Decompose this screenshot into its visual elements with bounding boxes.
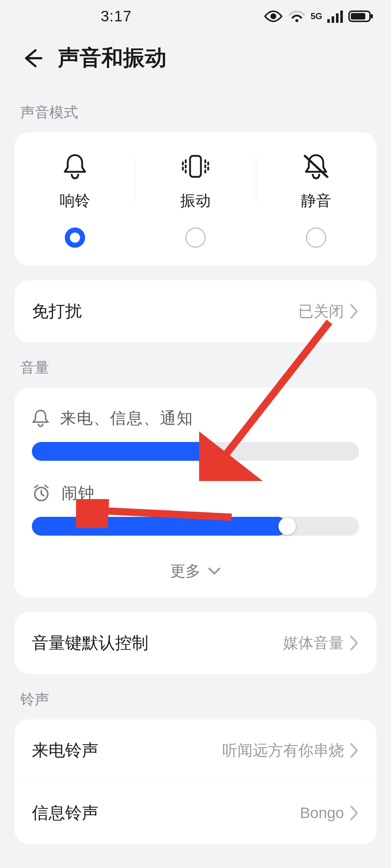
- volume-ringtone-group: 来电、信息、通知: [32, 408, 359, 461]
- svg-rect-4: [336, 13, 339, 23]
- volume-card: 来电、信息、通知 闹钟 更多: [14, 388, 377, 597]
- row-incoming-ringtone[interactable]: 来电铃声 听闻远方有你串烧: [14, 719, 377, 782]
- volume-ringtone-label: 来电、信息、通知: [60, 408, 193, 429]
- incoming-ringtone-title: 来电铃声: [32, 739, 98, 762]
- mode-vibrate-radio[interactable]: [185, 227, 206, 248]
- volume-key-card: 音量键默认控制 媒体音量: [14, 612, 377, 674]
- incoming-ringtone-value: 听闻远方有你串烧: [222, 740, 344, 761]
- section-label-volume: 音量: [0, 342, 391, 388]
- more-label: 更多: [170, 561, 201, 581]
- wifi-icon: [288, 10, 306, 23]
- volume-key-value: 媒体音量: [283, 633, 344, 653]
- divider: [135, 159, 135, 201]
- svg-point-1: [295, 19, 298, 22]
- chevron-right-icon: [349, 805, 359, 821]
- mode-vibrate-label: 振动: [180, 191, 211, 211]
- section-label-ringtone: 铃声: [0, 674, 391, 719]
- dnd-value: 已关闭: [298, 301, 344, 322]
- slider-thumb[interactable]: [278, 518, 296, 535]
- bell-off-icon: [302, 152, 330, 180]
- volume-more[interactable]: 更多: [32, 557, 359, 581]
- signal-icon: [327, 10, 343, 23]
- row-dnd[interactable]: 免打扰 已关闭: [14, 280, 377, 342]
- status-icons: 5G: [264, 10, 374, 23]
- page-title: 声音和振动: [58, 43, 167, 73]
- volume-ringtone-slider[interactable]: [32, 442, 359, 461]
- bell-icon: [63, 152, 87, 180]
- status-bar: 3:17 5G: [0, 0, 391, 33]
- bell-icon: [32, 409, 49, 428]
- svg-rect-5: [340, 10, 343, 23]
- sound-mode-card: 响铃 振动 静音: [14, 132, 377, 266]
- section-label-sound-mode: 声音模式: [0, 87, 391, 132]
- mode-ring-radio[interactable]: [65, 227, 85, 248]
- battery-icon: [348, 10, 374, 23]
- back-icon[interactable]: [22, 47, 43, 69]
- page-header: 声音和振动: [0, 33, 391, 87]
- svg-rect-3: [332, 16, 334, 23]
- mode-ring[interactable]: 响铃: [14, 152, 135, 248]
- svg-rect-9: [190, 156, 201, 177]
- volume-alarm-slider[interactable]: [32, 517, 359, 536]
- mode-vibrate[interactable]: 振动: [135, 152, 256, 248]
- dnd-card: 免打扰 已关闭: [14, 280, 377, 342]
- message-ringtone-title: 信息铃声: [32, 802, 98, 824]
- volume-alarm-label: 闹钟: [62, 482, 95, 504]
- mode-silent-label: 静音: [301, 191, 331, 211]
- dnd-title: 免打扰: [32, 300, 82, 323]
- volume-key-title: 音量键默认控制: [32, 632, 148, 654]
- eye-icon: [264, 10, 283, 23]
- network-5g-label: 5G: [311, 11, 322, 21]
- divider: [256, 159, 256, 201]
- vibrate-icon: [179, 152, 212, 180]
- status-time: 3:17: [101, 8, 132, 25]
- alarm-icon: [32, 484, 51, 503]
- svg-point-0: [270, 13, 276, 19]
- mode-ring-label: 响铃: [60, 191, 90, 211]
- row-message-ringtone[interactable]: 信息铃声 Bongo: [14, 782, 377, 844]
- mode-silent[interactable]: 静音: [256, 152, 377, 248]
- volume-alarm-group: 闹钟: [32, 482, 359, 536]
- chevron-right-icon: [349, 635, 359, 651]
- mode-silent-radio[interactable]: [306, 227, 326, 248]
- chevron-right-icon: [349, 303, 359, 319]
- row-volume-key[interactable]: 音量键默认控制 媒体音量: [14, 612, 377, 674]
- ringtone-card: 来电铃声 听闻远方有你串烧 信息铃声 Bongo: [14, 719, 377, 844]
- slider-thumb[interactable]: [203, 443, 220, 460]
- message-ringtone-value: Bongo: [300, 804, 344, 822]
- svg-rect-7: [351, 13, 365, 20]
- chevron-right-icon: [349, 743, 359, 758]
- svg-rect-2: [327, 19, 330, 23]
- svg-rect-8: [371, 14, 373, 18]
- chevron-down-icon: [208, 567, 221, 575]
